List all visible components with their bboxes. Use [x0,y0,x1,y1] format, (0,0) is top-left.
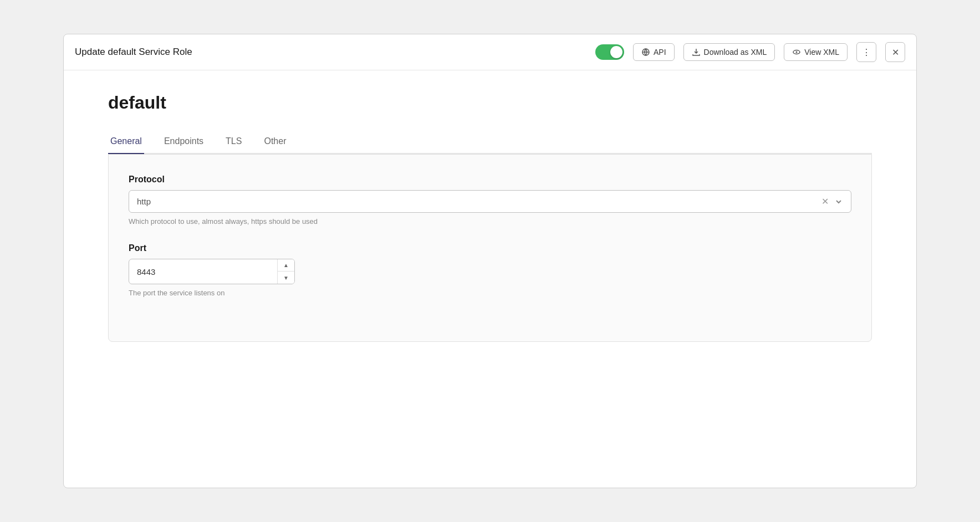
protocol-hint: Which protocol to use, almost always, ht… [129,217,851,226]
tab-endpoints[interactable]: Endpoints [162,131,206,154]
protocol-select[interactable]: http ✕ [129,190,851,213]
api-button[interactable]: API [633,43,675,61]
protocol-section: Protocol http ✕ Which protocol to use, a… [129,175,851,226]
port-decrement-button[interactable]: ▼ [278,272,294,284]
api-icon [641,48,650,57]
port-section: Port ▲ ▼ The port the service listens on [129,243,851,297]
protocol-chevron-icon[interactable] [834,197,843,206]
toggle-track[interactable] [595,44,624,60]
download-label: Download as XML [704,48,767,57]
port-hint: The port the service listens on [129,289,851,297]
page-title: default [108,93,872,113]
protocol-clear-button[interactable]: ✕ [821,196,829,207]
view-xml-button[interactable]: View XML [784,43,848,61]
download-icon [692,48,701,57]
port-stepper: ▲ ▼ [277,259,294,284]
download-xml-button[interactable]: Download as XML [683,43,775,61]
protocol-value: http [137,197,821,206]
eye-icon [792,48,801,57]
tab-content-general: Protocol http ✕ Which protocol to use, a… [108,154,872,342]
tab-general[interactable]: General [108,131,144,154]
tabs-container: General Endpoints TLS Other [108,131,872,154]
port-increment-button[interactable]: ▲ [278,259,294,272]
more-options-button[interactable]: ⋮ [856,42,876,62]
port-input-wrap: ▲ ▼ [129,259,295,284]
port-input[interactable] [129,260,277,283]
modal-title: Update default Service Role [75,47,586,58]
modal-header: Update default Service Role API [64,34,916,70]
api-label: API [654,48,666,57]
close-button[interactable]: ✕ [885,42,905,62]
toggle-thumb [610,46,622,58]
more-icon: ⋮ [862,47,871,58]
svg-point-2 [796,52,798,53]
toggle-switch[interactable] [595,44,624,60]
tab-tls[interactable]: TLS [223,131,244,154]
tab-other[interactable]: Other [262,131,288,154]
modal-container: Update default Service Role API [63,34,917,488]
modal-body: default General Endpoints TLS Other Prot… [64,70,916,488]
view-xml-label: View XML [804,48,839,57]
port-label: Port [129,243,851,253]
protocol-label: Protocol [129,175,851,185]
close-icon: ✕ [892,47,899,58]
